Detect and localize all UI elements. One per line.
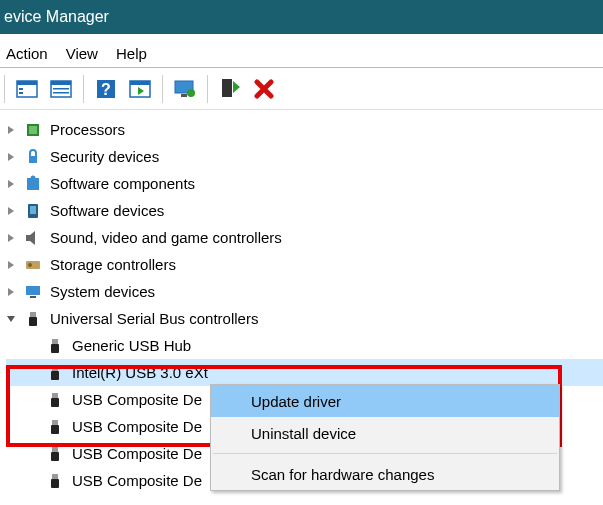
svg-rect-39 (29, 317, 37, 326)
toolbar: ? (0, 68, 603, 110)
tree-label: USB Composite De (72, 391, 202, 408)
ctx-scan-hardware[interactable]: Scan for hardware changes (211, 458, 559, 490)
usb-plug-icon (46, 418, 64, 436)
tree-label: Sound, video and game controllers (50, 229, 282, 246)
toolbar-btn-monitor[interactable] (169, 73, 201, 105)
tree-label: Intel(R) USB 3.0 eXt (72, 364, 208, 381)
svg-rect-45 (51, 398, 59, 407)
svg-rect-48 (52, 447, 58, 452)
toolbar-btn-uninstall[interactable] (248, 73, 280, 105)
svg-rect-6 (53, 88, 69, 90)
svg-rect-16 (222, 79, 232, 97)
ctx-update-driver[interactable]: Update driver (211, 385, 559, 417)
details-pane-icon (15, 77, 39, 101)
software-device-icon (24, 202, 42, 220)
menu-help[interactable]: Help (116, 45, 147, 62)
tree-category-processors[interactable]: Processors (6, 116, 603, 143)
svg-point-15 (187, 89, 195, 97)
svg-rect-46 (52, 420, 58, 425)
svg-marker-17 (233, 81, 240, 93)
tree-category-software-components[interactable]: Software components (6, 170, 603, 197)
svg-rect-43 (51, 371, 59, 380)
tree-label: Processors (50, 121, 125, 138)
tree-label: USB Composite De (72, 472, 202, 489)
toolbar-btn-list[interactable] (45, 73, 77, 105)
speaker-icon (24, 229, 42, 247)
tree-label: Security devices (50, 148, 159, 165)
toolbar-btn-enable[interactable] (214, 73, 246, 105)
usb-icon (24, 310, 42, 328)
svg-rect-44 (52, 393, 58, 398)
svg-marker-31 (8, 261, 14, 269)
svg-rect-47 (51, 425, 59, 434)
tree-category-storage[interactable]: Storage controllers (6, 251, 603, 278)
toolbar-btn-help[interactable]: ? (90, 73, 122, 105)
menu-view[interactable]: View (66, 45, 98, 62)
chevron-right-icon (6, 206, 16, 216)
chevron-right-icon (6, 125, 16, 135)
help-icon: ? (94, 77, 118, 101)
svg-marker-23 (8, 180, 14, 188)
usb-plug-icon (46, 337, 64, 355)
usb-plug-icon (46, 391, 64, 409)
tree-label: Software devices (50, 202, 164, 219)
svg-point-25 (31, 175, 36, 180)
ctx-label: Scan for hardware changes (251, 466, 434, 483)
enable-device-icon (218, 77, 242, 101)
toolbar-separator (4, 75, 5, 103)
tree-category-sound[interactable]: Sound, video and game controllers (6, 224, 603, 251)
chevron-right-icon (6, 152, 16, 162)
svg-rect-36 (30, 296, 36, 298)
usb-plug-icon (46, 472, 64, 490)
svg-rect-41 (51, 344, 59, 353)
svg-rect-11 (130, 81, 150, 85)
usb-plug-icon (46, 445, 64, 463)
usb-plug-icon (46, 364, 64, 382)
svg-rect-20 (29, 126, 37, 134)
window-title: evice Manager (4, 8, 109, 26)
chevron-right-icon (6, 233, 16, 243)
scan-icon (128, 77, 152, 101)
menu-action[interactable]: Action (6, 45, 48, 62)
svg-marker-21 (8, 153, 14, 161)
svg-marker-34 (8, 288, 14, 296)
ctx-label: Update driver (251, 393, 341, 410)
chevron-right-icon (6, 260, 16, 270)
chevron-down-icon (6, 314, 16, 324)
tree-label: Storage controllers (50, 256, 176, 273)
menu-bar: Action View Help (0, 40, 603, 68)
svg-marker-37 (7, 316, 15, 322)
tree-label: Universal Serial Bus controllers (50, 310, 258, 327)
security-icon (24, 148, 42, 166)
tree-category-system[interactable]: System devices (6, 278, 603, 305)
toolbar-btn-details[interactable] (11, 73, 43, 105)
svg-marker-29 (8, 234, 14, 242)
chevron-right-icon (6, 287, 16, 297)
tree-label: USB Composite De (72, 418, 202, 435)
svg-rect-3 (19, 92, 23, 94)
tree-category-usb[interactable]: Universal Serial Bus controllers (6, 305, 603, 332)
tree-label: System devices (50, 283, 155, 300)
uninstall-icon (252, 77, 276, 101)
svg-rect-28 (30, 206, 36, 214)
computer-icon (24, 283, 42, 301)
svg-marker-18 (8, 126, 14, 134)
svg-rect-7 (53, 92, 69, 94)
svg-rect-35 (26, 286, 40, 295)
tree-category-software-devices[interactable]: Software devices (6, 197, 603, 224)
toolbar-btn-scan-small[interactable] (124, 73, 156, 105)
svg-rect-5 (51, 81, 71, 85)
tree-item-generic-usb-hub[interactable]: Generic USB Hub (6, 332, 603, 359)
storage-icon (24, 256, 42, 274)
tree-item-intel-usb3[interactable]: Intel(R) USB 3.0 eXt (6, 359, 603, 386)
svg-rect-22 (29, 156, 37, 163)
svg-rect-2 (19, 88, 23, 90)
update-driver-icon (173, 77, 197, 101)
svg-point-33 (28, 263, 32, 267)
svg-marker-30 (26, 231, 35, 245)
svg-rect-38 (30, 312, 36, 317)
tree-category-security[interactable]: Security devices (6, 143, 603, 170)
ctx-uninstall-device[interactable]: Uninstall device (211, 417, 559, 449)
toolbar-separator (162, 75, 163, 103)
processor-icon (24, 121, 42, 139)
